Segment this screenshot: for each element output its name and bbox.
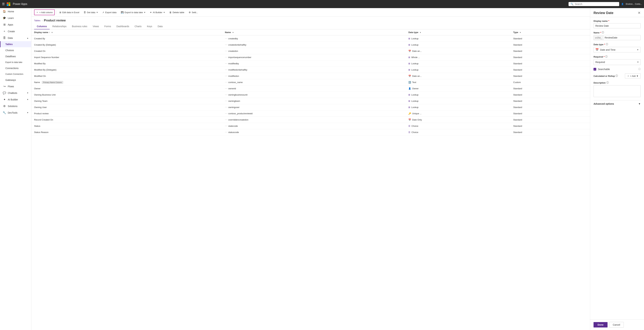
sidebar-item-solutions[interactable]: ⚙ Solutions [0,103,31,110]
sidebar-item-customconnectors[interactable]: Custom Connectors [0,71,31,77]
ai-icon: ✦ [150,11,152,14]
name-sort-icon: ▼ [232,32,234,34]
row-dots[interactable]: ··· [225,68,228,71]
tab-businessrules[interactable]: Business rules [69,24,90,29]
calc-rollup-add-button[interactable]: ＋ + Add ▼ [625,74,641,78]
row-dots[interactable]: ··· [225,100,228,102]
sidebar-label-home: Home [8,10,14,13]
row-dots[interactable]: ··· [225,124,228,127]
required-select[interactable]: Required Optional [594,59,640,65]
chatbots-icon: 💬 [3,91,6,94]
sidebar-item-choices[interactable]: Choices [0,47,31,53]
row-dots[interactable]: ··· [225,37,228,40]
sidebar-item-connections[interactable]: Connections [0,65,31,71]
datatype-icon: ☰ [408,131,410,134]
search-input[interactable] [575,3,617,6]
sidebar-item-dataflows[interactable]: Dataflows [0,53,31,60]
required-star-2: * [600,32,601,34]
row-dots[interactable]: ··· [225,50,228,52]
breadcrumb-parent[interactable]: Tables [34,19,40,22]
searchable-label: Searchable [598,68,610,70]
settings-button[interactable]: ⚙ Setti... [187,10,200,15]
sidebar-label-aibuilder: AI Builder [8,98,18,101]
sidebar-item-exportdatalake[interactable]: Export to data lake [0,60,31,65]
export-datalake-button[interactable]: 💾 Export to data lake ▼ [119,10,147,15]
row-dots[interactable]: ··· [225,93,228,96]
col-header-displayname[interactable]: Display name ↑ ▼ [32,29,222,36]
sidebar: 🏠 Home 🎓 Learn ⊞ Apps ＋ Create 🗄 Data ▲ … [0,8,32,330]
edit-excel-button[interactable]: ⊞ Edit data in Excel [58,10,81,15]
sidebar-item-aibuilder[interactable]: ✦ AI Builder ▼ [0,96,31,103]
sidebar-item-create[interactable]: ＋ Create [0,28,31,35]
hamburger-menu[interactable]: ☰ [2,2,5,6]
table-row: Product review··· contoso_productreviewi… [32,110,590,117]
datatype-label: Data type * ⓘ [594,43,640,46]
advanced-options-row[interactable]: Advanced options ▼ [594,100,640,107]
col-header-datatype[interactable]: Data type ▼ [406,29,510,36]
calendar-icon: 📅 [596,48,599,51]
done-button[interactable]: Done [594,322,608,328]
display-name-input[interactable] [594,23,640,28]
panel-body: Display name * Name * ⓘ cr25d_ Data type… [590,17,644,319]
row-dots[interactable]: ··· [225,81,228,84]
tab-data[interactable]: Data [155,24,166,29]
chatbots-chevron-icon: ▼ [27,92,28,94]
datatype-sort-icon: ▼ [420,32,421,34]
sidebar-item-gateways[interactable]: Gateways [0,77,31,83]
sidebar-item-devtools[interactable]: 🔧 DevTools ▼ [0,110,31,116]
row-dots[interactable]: ··· [225,87,228,90]
sidebar-label-gateways: Gateways [6,79,16,81]
sidebar-label-data: Data [8,37,13,39]
required-star-4: * [604,56,604,58]
sidebar-label-devtools: DevTools [8,112,18,114]
solutions-icon: ⚙ [3,104,6,108]
datatype-select[interactable]: 📅 Date and Time ▼ [594,47,640,52]
sidebar-label-exportdatalake: Export to data lake [6,61,22,64]
row-dots[interactable]: ··· [225,62,228,65]
datatype-icon: ⊞ [408,68,410,71]
sidebar-item-home[interactable]: 🏠 Home [0,8,31,15]
row-dots[interactable]: ··· [225,112,228,115]
datatype-icon: ⊞ [408,62,410,65]
description-textarea[interactable] [594,85,640,97]
get-data-button[interactable]: 🗄 Get data ▼ [82,10,100,15]
flows-icon: ↪ [3,85,6,88]
delete-table-button[interactable]: 🗑 Delete table [168,10,186,15]
tab-columns[interactable]: Columns [34,24,50,29]
row-dots[interactable]: ··· [225,131,228,134]
col-header-name[interactable]: Name ▼ [222,29,406,36]
searchable-checkbox[interactable]: ✓ [594,68,596,70]
row-dots[interactable]: ··· [225,106,228,108]
row-dots[interactable]: ··· [225,118,228,121]
aibuilder-toolbar-button[interactable]: ✦ AI Builder ▼ [148,10,167,15]
tab-charts[interactable]: Charts [132,24,144,29]
sidebar-item-flows[interactable]: ↪ Flows [0,83,31,90]
tab-relationships[interactable]: Relationships [50,24,69,29]
searchable-row: ✓ Searchable ⓘ [594,68,640,71]
name-input[interactable] [603,35,640,40]
tab-forms[interactable]: Forms [102,24,114,29]
table-area: Display name ↑ ▼ Name ▼ Data type ▼ [32,29,590,330]
sidebar-item-data[interactable]: 🗄 Data ▲ [0,35,31,41]
table-row: Created By··· createdby⊞LookupStandard [32,36,590,42]
panel-close-button[interactable]: ✕ [638,11,640,15]
tab-views[interactable]: Views [90,24,102,29]
search-bar[interactable]: 🔍 [568,2,619,6]
sidebar-item-learn[interactable]: 🎓 Learn [0,15,31,21]
export-data-button[interactable]: ↗ Export data [100,10,118,15]
cancel-button[interactable]: Cancel [609,322,624,328]
table-row: Created By (Delegate)··· createdonbehalf… [32,42,590,48]
sidebar-label-learn: Learn [8,17,14,20]
table-row: Modified By (Delegate)··· modifiedonbeha… [32,67,590,73]
table-row: Record Created On··· overriddencreatedon… [32,117,590,123]
row-dots[interactable]: ··· [225,74,228,77]
row-dots[interactable]: ··· [225,56,228,58]
sidebar-item-chatbots[interactable]: 💬 Chatbots ▼ [0,90,31,96]
row-dots[interactable]: ··· [225,43,228,46]
add-column-button[interactable]: ＋ + Add column [34,10,55,15]
col-header-type[interactable]: Type ▼ [510,29,590,36]
tab-keys[interactable]: Keys [144,24,155,29]
tab-dashboards[interactable]: Dashboards [114,24,132,29]
sidebar-item-apps[interactable]: ⊞ Apps [0,21,31,28]
sidebar-item-tables[interactable]: Tables [0,41,31,47]
